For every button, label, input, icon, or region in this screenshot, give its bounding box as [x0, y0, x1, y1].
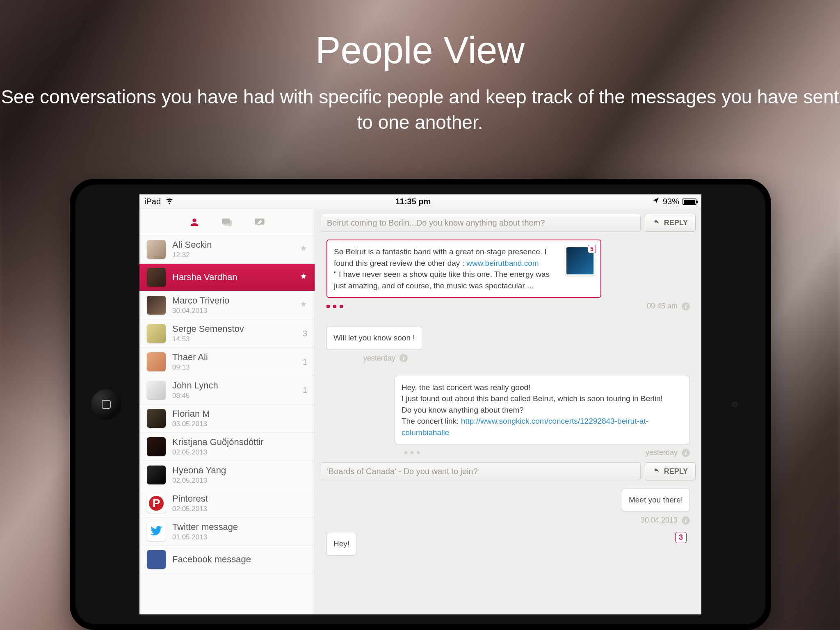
message-time: yesterday [646, 448, 678, 457]
attachment-count: 5 [588, 245, 596, 253]
people-row[interactable]: Facebook message [139, 546, 315, 573]
person-time: 08:45 [172, 392, 299, 400]
tab-chat[interactable] [221, 217, 233, 228]
message-bubble[interactable]: Meet you there! [622, 488, 690, 512]
person-time: 30.04.2013 [172, 307, 297, 315]
dots-icon[interactable] [404, 451, 420, 454]
person-time: 14:53 [172, 335, 299, 343]
row-badge: 3 [303, 329, 307, 338]
person-name: Thaer Ali [172, 352, 299, 363]
person-name: Kristjana Guðjónsdóttir [172, 437, 304, 447]
thread-subject[interactable]: 'Boards of Canada' - Do you want to join… [321, 462, 641, 480]
people-row[interactable]: John Lynch08:451 [139, 376, 315, 404]
info-icon[interactable]: i [682, 449, 690, 457]
reply-icon [653, 467, 661, 476]
hero-subtitle: See conversations you have had with spec… [0, 84, 840, 135]
wifi-icon [165, 196, 174, 207]
reply-icon [653, 219, 661, 227]
hero: People View See conversations you have h… [0, 29, 840, 135]
badge: 3 [675, 532, 687, 543]
people-row[interactable]: Twitter message01.05.2013 [139, 518, 315, 546]
person-name: Twitter message [172, 522, 304, 532]
avatar [147, 268, 166, 287]
reply-button[interactable]: REPLY [645, 214, 696, 232]
avatar [147, 550, 166, 569]
avatar [147, 409, 166, 428]
tab-compose[interactable] [253, 217, 266, 228]
sidebar: Ali Seckin12:32Harsha VardhanMarco Trive… [139, 209, 315, 614]
battery-percent: 93% [663, 197, 679, 206]
row-badge [300, 273, 307, 282]
person-name: John Lynch [172, 380, 299, 391]
info-icon[interactable]: i [682, 302, 690, 310]
people-row[interactable]: Thaer Ali09:131 [139, 348, 315, 376]
person-name: Facebook message [172, 554, 304, 565]
avatar [147, 466, 166, 484]
message-bubble[interactable]: Hey! [326, 532, 356, 556]
dots-icon[interactable] [326, 305, 343, 308]
person-time: 03.05.2013 [172, 420, 304, 428]
person-name: Hyeona Yang [172, 465, 304, 476]
person-name: Ali Seckin [172, 240, 297, 250]
status-bar: iPad 11:35 pm 93% [139, 194, 701, 209]
person-name: Serge Semenstov [172, 324, 299, 334]
avatar [147, 381, 166, 399]
person-time: 02.05.2013 [172, 477, 304, 485]
battery-icon [682, 199, 696, 205]
tab-people[interactable] [189, 217, 200, 228]
row-badge [300, 301, 307, 310]
message-bubble[interactable]: Will let you know soon ! [326, 326, 422, 350]
thread-subject[interactable]: Beirut coming to Berlin...Do you know an… [321, 214, 641, 232]
row-badge: 1 [303, 386, 307, 395]
avatar [147, 324, 166, 343]
info-icon[interactable]: i [399, 354, 408, 362]
ipad-frame: iPad 11:35 pm 93% [70, 179, 771, 630]
avatar [147, 240, 166, 259]
message-bubble[interactable]: Hey, the last concert was really good! I… [395, 376, 690, 445]
people-row[interactable]: Harsha Vardhan [139, 264, 315, 291]
person-time: 12:32 [172, 251, 297, 259]
people-row[interactable]: Marco Triverio30.04.2013 [139, 291, 315, 320]
home-button[interactable] [91, 389, 121, 420]
people-row[interactable]: Kristjana Guðjónsdóttir02.05.2013 [139, 433, 315, 461]
avatar [147, 522, 166, 541]
attachment-thumb[interactable]: 5 [565, 246, 595, 276]
people-row[interactable]: Hyeona Yang02.05.2013 [139, 461, 315, 489]
person-name: Harsha Vardhan [172, 272, 297, 283]
people-row[interactable]: Florian M03.05.2013 [139, 404, 315, 433]
camera-icon [732, 402, 737, 407]
person-time: 02.05.2013 [172, 505, 304, 513]
message-time: yesterday [363, 354, 395, 363]
avatar [147, 296, 166, 315]
person-time: 09:13 [172, 363, 299, 372]
people-row[interactable]: Serge Semenstov14:533 [139, 320, 315, 348]
person-name: Marco Triverio [172, 295, 297, 306]
message-time: 30.04.2013 [641, 516, 678, 525]
person-name: Pinterest [172, 493, 304, 504]
message-bubble[interactable]: So Beirut is a fantastic band with a gre… [326, 240, 601, 298]
info-icon[interactable]: i [682, 516, 690, 525]
reply-button[interactable]: REPLY [645, 462, 696, 480]
row-badge [300, 245, 307, 254]
location-icon [652, 197, 660, 206]
conversation-panel: Beirut coming to Berlin...Do you know an… [315, 209, 701, 614]
clock: 11:35 pm [174, 197, 652, 206]
person-time: 02.05.2013 [172, 448, 304, 457]
row-badge: 1 [303, 357, 307, 367]
device-label: iPad [144, 197, 161, 206]
message-time: 09:45 am [647, 302, 678, 310]
hero-title: People View [0, 29, 840, 72]
person-name: Florian M [172, 409, 304, 419]
link[interactable]: www.beirutband.com [466, 259, 539, 267]
avatar: P [147, 494, 166, 513]
avatar [147, 352, 166, 371]
person-time: 01.05.2013 [172, 533, 304, 541]
people-row[interactable]: Ali Seckin12:32 [139, 235, 315, 264]
people-row[interactable]: PPinterest02.05.2013 [139, 489, 315, 518]
sidebar-tabs [139, 209, 315, 235]
avatar [147, 437, 166, 456]
